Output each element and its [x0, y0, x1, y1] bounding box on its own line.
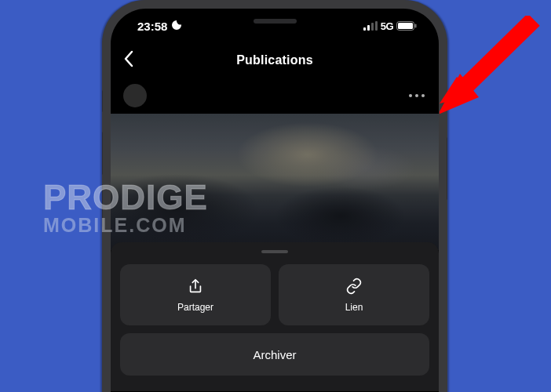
screen: 23:58 5G	[111, 9, 439, 392]
svg-rect-0	[363, 27, 366, 31]
volume-down-button	[102, 184, 103, 227]
link-label: Lien	[345, 302, 363, 313]
volume-up-button	[102, 132, 103, 175]
notch	[196, 9, 353, 34]
svg-rect-1	[367, 25, 370, 31]
svg-rect-3	[375, 21, 378, 31]
svg-point-7	[409, 94, 412, 97]
back-button[interactable]	[123, 50, 134, 71]
do-not-disturb-icon	[170, 19, 183, 34]
share-button[interactable]: Partager	[120, 264, 271, 325]
action-sheet: Partager Lien Archiver	[111, 242, 439, 391]
avatar[interactable]	[123, 84, 147, 107]
mute-switch	[102, 90, 103, 112]
status-time: 23:58	[137, 20, 167, 33]
sheet-grabber[interactable]	[261, 250, 288, 253]
more-options-button[interactable]	[407, 86, 426, 105]
archive-button[interactable]: Archiver	[120, 333, 429, 376]
cellular-signal-icon	[363, 20, 378, 33]
share-icon	[187, 278, 204, 297]
post-image[interactable]	[111, 114, 439, 250]
svg-point-8	[415, 94, 418, 97]
link-icon	[345, 278, 363, 297]
phone-frame: 23:58 5G	[102, 0, 447, 392]
svg-rect-2	[371, 23, 374, 31]
power-button	[447, 137, 447, 200]
svg-rect-6	[415, 24, 417, 27]
page-title: Publications	[236, 53, 313, 67]
annotation-arrow-icon	[440, 16, 551, 133]
svg-rect-5	[398, 23, 413, 29]
dim-overlay	[111, 114, 439, 250]
svg-point-9	[421, 94, 425, 97]
post-header	[111, 78, 439, 114]
nav-header: Publications	[111, 43, 439, 78]
share-label: Partager	[177, 302, 213, 313]
svg-line-11	[454, 20, 534, 98]
network-type: 5G	[381, 20, 393, 32]
link-button[interactable]: Lien	[279, 264, 429, 325]
battery-icon	[396, 20, 417, 33]
archive-label: Archiver	[253, 348, 296, 361]
